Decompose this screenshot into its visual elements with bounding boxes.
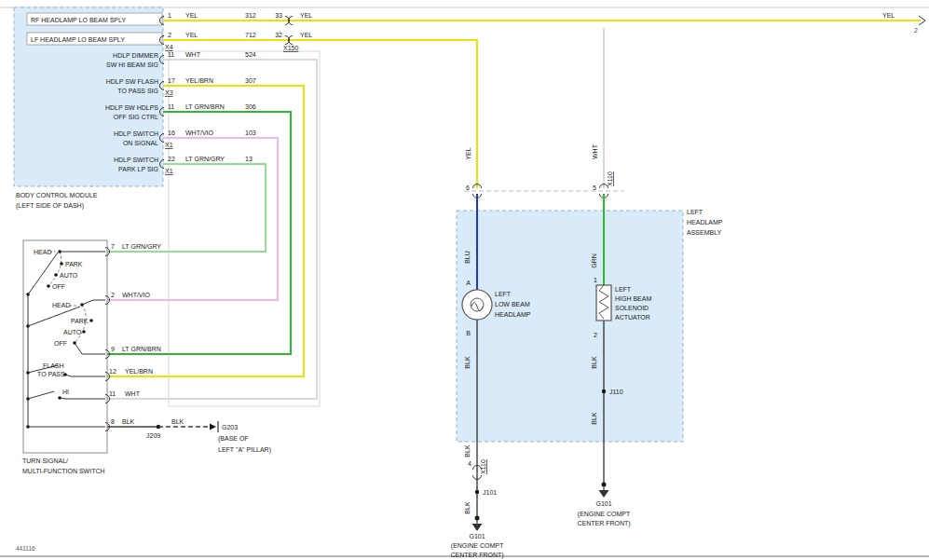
bcm-row6-label1: HDLP SWITCH: [114, 130, 158, 137]
mfs-hi-dot: [58, 396, 61, 400]
wire2-circuit: 712: [245, 32, 256, 38]
page-ref: 2: [914, 27, 918, 34]
bcm-x1b: X1: [165, 168, 173, 174]
mfs-pos2-off: OFF: [54, 340, 67, 347]
solenoid-pin-1: 1: [594, 277, 597, 283]
lamp-pin-b: B: [466, 330, 471, 336]
bcm-pin22: 22: [168, 156, 175, 162]
left-headlamp-assembly: LEFT HEADLAMP ASSEMBLY 6 BLU A LEFT LOW …: [450, 171, 722, 559]
solenoid-name4: ACTUATOR: [615, 314, 650, 321]
mfs-off2-dot: [73, 341, 76, 345]
mfs-pos1-park: PARK: [65, 261, 83, 267]
mfs-pos2-park: PARK: [71, 318, 89, 324]
bcm-pin2: 2: [168, 32, 171, 38]
mfs-head1-dot: [58, 250, 61, 253]
mfs-pin9-color: LT GRN/BRN: [122, 346, 161, 352]
bcm-row4-label1: HDLP SW FLASH: [106, 78, 158, 85]
low-beam-lamp-symbol: [462, 290, 492, 320]
conn5-x110: X110: [607, 171, 613, 186]
mfs-flash-label2: TO PASS: [37, 371, 65, 377]
solenoid-name3: SOLENOID: [615, 305, 649, 311]
bcm-row5-label2: OFF SIG CTRL: [114, 114, 158, 120]
wire7-circuit: 13: [245, 156, 253, 162]
g101-left-loc1: (ENGINE COMPT: [451, 542, 504, 550]
mfs-pos1-auto: AUTO: [60, 272, 78, 279]
solenoid-symbol: [596, 285, 611, 321]
riser-wht-label: WHT: [592, 143, 598, 159]
bcm-row2-label: LF HEADLAMP LO BEAM SPLY: [31, 36, 125, 43]
mfs-head2-dot: [80, 303, 84, 307]
bcm-row4-label2: TO PASS SIG: [117, 88, 158, 94]
bcm-row7-label2: PARK LP SIG: [118, 166, 158, 172]
mfs-pin2-color: WHT/VIO: [122, 292, 150, 298]
lb-path-pin4: 4: [468, 460, 471, 467]
splice-j101-label: J101: [483, 489, 497, 496]
solenoid-name2: HIGH BEAM: [615, 295, 651, 302]
lb-path-color: BLK: [464, 444, 471, 458]
g101-right-ground-icon: [599, 490, 609, 498]
solenoid-name1: LEFT: [615, 286, 632, 293]
wire4-circuit: 307: [245, 77, 256, 84]
g101-right-loc2: CENTER FRONT): [577, 520, 630, 527]
mfs-auto1-dot: [54, 273, 58, 277]
wire-blu-label: BLU: [464, 251, 471, 264]
wire4-color: YEL/BRN: [185, 77, 213, 84]
hla-box: [457, 211, 683, 442]
wire7-color: LT GRN/GRY: [185, 156, 225, 162]
splice-j110-dot: [602, 389, 606, 393]
splice-j110-label: J110: [609, 389, 623, 395]
wire-grn-label: GRN: [591, 253, 597, 268]
conn33-pin: 33: [275, 12, 282, 19]
bcm-pin17: 17: [168, 77, 175, 84]
g101-left-ground-icon: [472, 524, 483, 531]
mfs-name1: TURN SIGNAL/: [22, 458, 68, 464]
bcm-x3: X3: [165, 89, 173, 96]
bcm-row1-label: RF HEADLAMP LO BEAM SPLY: [31, 17, 126, 23]
bcm-row3-label1: HDLP DIMMER: [113, 52, 158, 59]
edge-wire-color: YEL: [882, 12, 895, 19]
mfs-pin7-color: LT GRN/GRY: [122, 243, 161, 250]
g203-loc1: (BASE OF: [218, 435, 249, 443]
mfs-pos1-head: HEAD: [34, 249, 51, 255]
bcm-row3-label2: SW HI BEAM SIG: [106, 61, 158, 68]
sheet-number: 441116: [16, 545, 35, 552]
wire2-color: YEL: [185, 32, 198, 38]
bcm-x4: X4: [165, 44, 173, 50]
splice-j101-dot: [475, 490, 479, 494]
conn32-pin: 32: [275, 32, 282, 38]
mfs-off2-line: [75, 343, 105, 354]
mfs-pos1-off: OFF: [52, 283, 65, 290]
mfs-pos2-head: HEAD: [52, 302, 70, 308]
hb-path-color2: BLK: [591, 412, 597, 425]
mfs-hi-label: HI: [62, 389, 69, 395]
mfs-flash-line: [65, 375, 105, 376]
mfs-pin12: 12: [109, 368, 116, 375]
lamp-name1: LEFT: [495, 291, 512, 297]
bcm-title: BODY CONTROL MODULE: [16, 192, 98, 198]
multifunction-switch: HEAD PARK AUTO OFF HEAD PARK AUTO OFF FL…: [22, 240, 271, 474]
conn32-color: YEL: [300, 32, 312, 38]
inline-connector-x150: 33 YEL 32 YEL X150: [275, 12, 312, 51]
g101-left-label: G101: [469, 533, 485, 540]
wire1-color: YEL: [185, 12, 198, 19]
body-control-module: BODY CONTROL MODULE (LEFT SIDE OF DASH) …: [14, 7, 256, 210]
bcm-row5-label1: HDLP SW HDLPS: [105, 104, 158, 111]
mfs-park1-dot: [60, 262, 63, 266]
bcm-title-loc: (LEFT SIDE OF DASH): [16, 202, 84, 210]
lb-path-color2: BLK: [464, 501, 471, 514]
mfs-pin12-color: YEL/BRN: [125, 368, 153, 375]
mfs-pin2: 2: [111, 292, 115, 298]
conn4-x110: X110: [480, 459, 486, 474]
mfs-pin11-color: WHT: [125, 390, 141, 397]
bcm-pin16: 16: [168, 130, 175, 136]
bcm-pin11b: 11: [168, 103, 174, 110]
wire5-color: LT GRN/BRN: [185, 103, 225, 110]
hla-name2: HEADLAMP: [687, 219, 723, 225]
bcm-x1a: X1: [165, 142, 173, 148]
g203-loc2: LEFT "A" PILLAR): [218, 446, 271, 454]
mfs-pin9: 9: [111, 346, 115, 352]
hla-name1: LEFT: [687, 209, 704, 215]
bcm-row7-label1: HDLP SWITCH: [114, 157, 158, 163]
wire3-color: WHT: [185, 51, 201, 58]
bcm-pin1: 1: [168, 12, 171, 19]
